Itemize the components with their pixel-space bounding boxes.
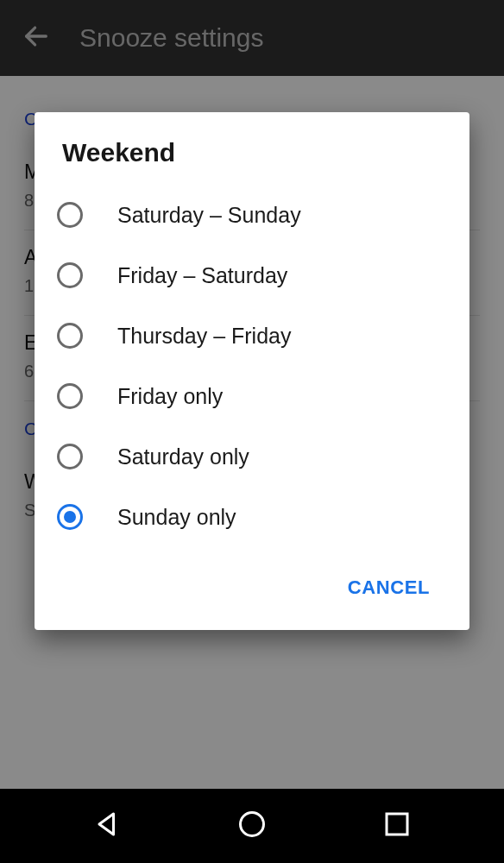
option-friday-saturday[interactable]: Friday – Saturday (54, 245, 450, 306)
radio-icon (57, 262, 83, 288)
circle-home-icon (236, 809, 268, 843)
option-thursday-friday[interactable]: Thursday – Friday (54, 306, 450, 366)
option-sunday-only[interactable]: Sunday only (54, 487, 450, 547)
dialog-options: Saturday – Sunday Friday – Saturday Thur… (47, 180, 457, 549)
option-label: Friday only (117, 384, 223, 409)
option-saturday-sunday[interactable]: Saturday – Sunday (54, 185, 450, 245)
triangle-back-icon (91, 809, 123, 843)
nav-home-button[interactable] (226, 800, 278, 852)
weekend-dialog: Weekend Saturday – Sunday Friday – Satur… (35, 112, 469, 630)
option-label: Saturday only (117, 444, 249, 469)
option-label: Saturday – Sunday (117, 203, 301, 228)
dialog-title: Weekend (47, 138, 457, 180)
option-saturday-only[interactable]: Saturday only (54, 426, 450, 487)
cancel-button[interactable]: CANCEL (337, 568, 440, 608)
nav-back-button[interactable] (81, 800, 133, 852)
nav-recents-button[interactable] (371, 800, 423, 852)
square-recents-icon (381, 809, 413, 843)
dialog-actions: CANCEL (47, 549, 457, 623)
option-label: Thursday – Friday (117, 324, 291, 349)
svg-marker-1 (99, 814, 114, 835)
svg-point-2 (241, 813, 264, 836)
radio-icon (57, 383, 83, 409)
radio-icon (57, 202, 83, 228)
system-nav-bar (0, 789, 504, 863)
option-friday-only[interactable]: Friday only (54, 366, 450, 426)
svg-rect-3 (387, 814, 407, 835)
option-label: Friday – Saturday (117, 263, 287, 288)
radio-icon (57, 323, 83, 349)
radio-icon (57, 444, 83, 469)
option-label: Sunday only (117, 505, 236, 530)
radio-icon (57, 504, 83, 530)
